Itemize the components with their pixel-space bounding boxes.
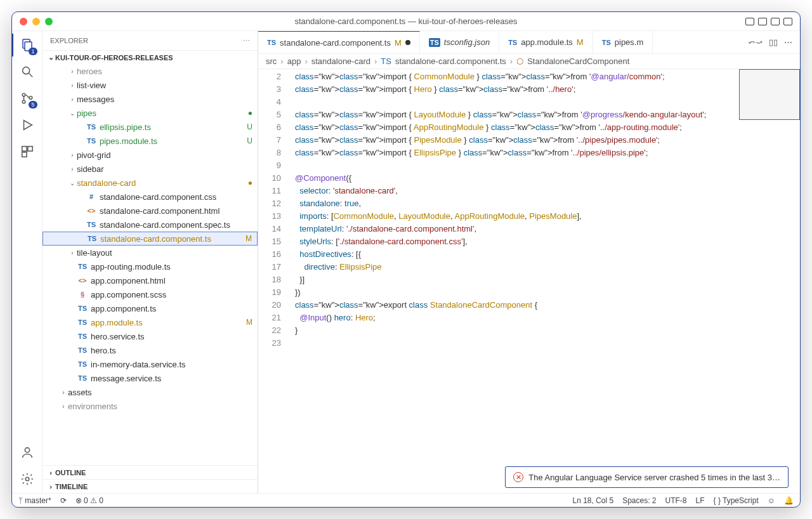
file-type-icon: #	[86, 193, 97, 200]
editor-tab[interactable]: TSapp.module.tsM	[499, 31, 593, 53]
eol-status[interactable]: LF	[696, 496, 705, 505]
item-label: pivot-grid	[77, 150, 110, 160]
notification-toast[interactable]: ✕ The Angular Language Service server cr…	[505, 466, 789, 488]
layout-customize-icon[interactable]	[783, 18, 792, 25]
file-item[interactable]: TSin-memory-data.service.ts	[43, 357, 258, 371]
root-folder-header[interactable]: ⌄ KUI-TOUR-OF-HEROES-RELEASES	[43, 50, 258, 64]
outline-section[interactable]: ›OUTLINE	[43, 465, 258, 479]
status-bar: ᛘ master* ⟳ ⊗ 0 ⚠ 0 Ln 18, Col 5 Spaces:…	[12, 493, 800, 507]
notifications-bell-icon[interactable]: 🔔	[784, 496, 794, 505]
folder-item[interactable]: ›sidebar	[43, 162, 258, 176]
explorer-icon[interactable]: 1	[20, 37, 35, 53]
feedback-icon[interactable]: ☺	[768, 496, 775, 505]
item-label: app.component.ts	[91, 304, 156, 313]
error-icon: ✕	[513, 472, 523, 482]
tab-label: tsconfig.json	[444, 37, 490, 47]
item-label: heroes	[77, 67, 102, 76]
file-type-icon: TS	[77, 263, 88, 270]
git-modified-badge: M	[577, 37, 584, 47]
item-label: list-view	[77, 81, 106, 90]
svg-rect-10	[22, 152, 26, 157]
chevron-icon: ›	[59, 389, 68, 396]
file-item[interactable]: TSpipes.module.tsU	[43, 134, 258, 148]
accounts-icon[interactable]	[20, 445, 35, 460]
item-label: pipes	[77, 108, 96, 118]
dirty-indicator-icon	[405, 40, 410, 45]
cursor-position[interactable]: Ln 18, Col 5	[572, 496, 613, 505]
editor[interactable]: 234567891011121314151617181920212223 cla…	[258, 69, 800, 493]
svg-line-3	[29, 74, 32, 77]
editor-tab[interactable]: TSpipes.m	[593, 31, 653, 53]
item-label: sidebar	[77, 164, 104, 174]
file-item[interactable]: TSstandalone-card.component.tsM	[43, 232, 258, 246]
git-branch-status[interactable]: ᛘ master*	[18, 496, 51, 505]
file-type-icon: <>	[86, 207, 97, 214]
file-item[interactable]: TSapp.component.ts	[43, 301, 258, 315]
file-item[interactable]: §app.component.scss	[43, 287, 258, 301]
file-item[interactable]: TSapp.module.tsM	[43, 315, 258, 329]
file-item[interactable]: TShero.ts	[43, 343, 258, 357]
indentation-status[interactable]: Spaces: 2	[622, 496, 656, 505]
minimap[interactable]	[739, 69, 800, 120]
svg-point-4	[22, 93, 25, 96]
layout-primary-sidebar-icon[interactable]	[745, 18, 754, 25]
folder-item[interactable]: ›heroes	[43, 64, 258, 78]
settings-gear-icon[interactable]	[20, 471, 35, 487]
file-type-icon: TS	[77, 346, 88, 354]
file-item[interactable]: <>app.component.html	[43, 273, 258, 287]
folder-item[interactable]: ›messages	[43, 92, 258, 106]
side-bar: EXPLORER ⋯ ⌄ KUI-TOUR-OF-HEROES-RELEASES…	[43, 31, 258, 493]
folder-item[interactable]: ›assets	[43, 385, 258, 399]
sidebar-more-icon[interactable]: ⋯	[243, 37, 250, 45]
extensions-icon[interactable]	[20, 144, 35, 159]
file-item[interactable]: TShero.service.ts	[43, 329, 258, 343]
item-label: app.component.html	[91, 276, 166, 286]
file-type-icon: TS	[77, 332, 88, 340]
file-item[interactable]: TSellipsis.pipe.tsU	[43, 120, 258, 134]
close-window-button[interactable]	[20, 18, 27, 25]
timeline-section[interactable]: ›TIMELINE	[43, 479, 258, 493]
file-type-icon: TS	[77, 305, 88, 312]
folder-item[interactable]: ⌄standalone-card●	[43, 176, 258, 190]
file-item[interactable]: TSstandalone-card.component.spec.ts	[43, 218, 258, 232]
problems-status[interactable]: ⊗ 0 ⚠ 0	[75, 496, 103, 505]
editor-tab[interactable]: TSstandalone-card.component.tsM	[258, 31, 420, 53]
encoding-status[interactable]: UTF-8	[665, 496, 687, 505]
search-icon[interactable]	[20, 64, 35, 79]
activity-bar: 1 5	[12, 31, 43, 493]
run-debug-icon[interactable]	[20, 117, 35, 133]
layout-panel-icon[interactable]	[758, 18, 767, 25]
tab-label: standalone-card.component.ts	[280, 38, 391, 48]
scm-badge: 5	[29, 101, 37, 108]
file-item[interactable]: <>standalone-card.component.html	[43, 204, 258, 218]
window-controls	[12, 18, 53, 25]
item-label: app-routing.module.ts	[91, 262, 171, 272]
editor-tab[interactable]: TStsconfig.json	[420, 31, 499, 53]
svg-marker-7	[23, 121, 32, 130]
file-item[interactable]: TSmessage.service.ts	[43, 371, 258, 385]
split-editor-icon[interactable]: ▯▯	[769, 37, 778, 47]
file-type-icon: <>	[77, 277, 88, 284]
breadcrumbs[interactable]: src› app› standalone-card› TS standalone…	[258, 54, 800, 69]
sync-status[interactable]: ⟳	[60, 496, 67, 505]
notification-text: The Angular Language Service server cras…	[528, 473, 780, 482]
svg-point-12	[25, 477, 29, 481]
compare-changes-icon[interactable]: ⤺⤻	[749, 37, 763, 47]
chevron-icon: ›	[68, 152, 77, 159]
file-item[interactable]: TSapp-routing.module.ts	[43, 260, 258, 273]
more-actions-icon[interactable]: ⋯	[784, 37, 792, 47]
folder-item[interactable]: ›pivot-grid	[43, 148, 258, 162]
minimize-window-button[interactable]	[32, 18, 40, 25]
code-content[interactable]: class="kw">class="kw">import { CommonMod…	[287, 69, 800, 493]
folder-item[interactable]: ›environments	[43, 399, 258, 413]
zoom-window-button[interactable]	[45, 18, 53, 25]
layout-secondary-sidebar-icon[interactable]	[771, 18, 780, 25]
item-label: hero.ts	[91, 346, 116, 355]
folder-item[interactable]: ›tile-layout	[43, 246, 258, 260]
file-item[interactable]: #standalone-card.component.css	[43, 190, 258, 204]
folder-item[interactable]: ›list-view	[43, 78, 258, 92]
source-control-icon[interactable]: 5	[20, 91, 35, 106]
git-status-badge: U	[247, 122, 252, 131]
folder-item[interactable]: ⌄pipes●	[43, 106, 258, 120]
language-mode[interactable]: { } TypeScript	[714, 496, 759, 505]
